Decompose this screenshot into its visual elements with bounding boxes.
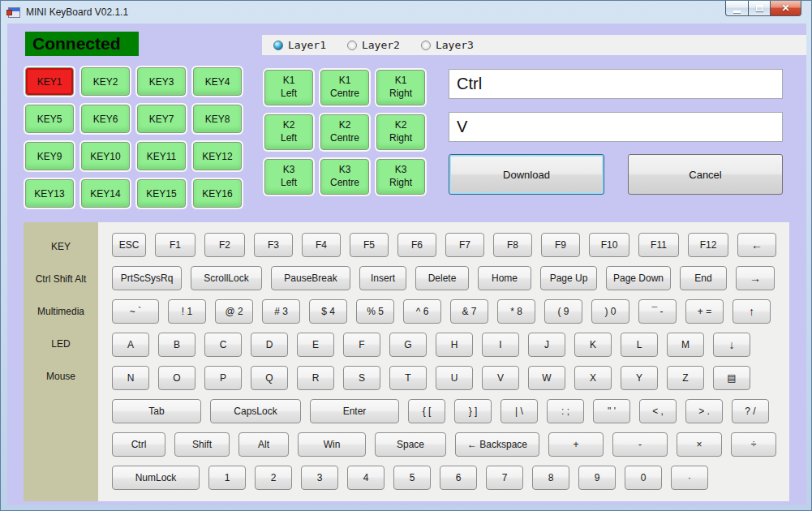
k3-right-button[interactable]: K3Right <box>376 159 425 195</box>
key-4[interactable]: $ 4 <box>309 299 347 324</box>
sidebar-item-mouse[interactable]: Mouse <box>24 360 98 393</box>
key-g[interactable]: G <box>389 333 427 357</box>
key-8[interactable]: 8 <box>532 466 569 490</box>
key-f8[interactable]: F8 <box>493 233 532 257</box>
key-capslock[interactable]: CapsLock <box>210 399 301 423</box>
key-page-up[interactable]: Page Up <box>540 266 597 290</box>
key-backslash[interactable]: | \ <box>501 399 538 423</box>
key-h[interactable]: H <box>436 333 473 357</box>
key-plus[interactable]: + <box>548 432 604 457</box>
layer-option-3[interactable]: Layer3 <box>421 39 474 51</box>
key-insert[interactable]: Insert <box>359 266 406 290</box>
key-ctrl[interactable]: Ctrl <box>112 432 165 457</box>
key-q[interactable]: Q <box>251 366 288 390</box>
minimize-button[interactable] <box>725 1 749 16</box>
key-minus[interactable]: - <box>612 432 668 457</box>
key-slot-12-button[interactable]: KEY12 <box>193 142 242 170</box>
key-esc[interactable]: ESC <box>112 233 146 257</box>
k2-right-button[interactable]: K2Right <box>376 114 425 150</box>
key-x[interactable]: X <box>574 366 612 390</box>
key-arrow-right[interactable]: → <box>736 266 775 290</box>
close-button[interactable]: ✕ <box>771 1 801 16</box>
key-f6[interactable]: F6 <box>397 233 436 257</box>
k1-right-button[interactable]: K1Right <box>376 70 425 105</box>
key-slot-3-button[interactable]: KEY3 <box>137 67 186 96</box>
key-slash[interactable]: ? / <box>732 399 769 423</box>
maximize-button[interactable] <box>749 1 771 16</box>
key-numlock[interactable]: NumLock <box>112 466 200 490</box>
key-n[interactable]: N <box>112 366 149 390</box>
key-6[interactable]: 6 <box>440 466 477 490</box>
key-4[interactable]: 4 <box>347 466 385 490</box>
key-minus-underscore[interactable]: ¯ - <box>638 299 677 324</box>
key-tab[interactable]: Tab <box>112 399 201 423</box>
k3-left-button[interactable]: K3Left <box>264 159 313 195</box>
key-3[interactable]: # 3 <box>262 299 300 324</box>
key-1[interactable]: 1 <box>208 466 246 490</box>
key-9[interactable]: ( 9 <box>544 299 582 324</box>
key-9[interactable]: 9 <box>578 466 616 490</box>
key-slot-7-button[interactable]: KEY7 <box>137 105 186 133</box>
k3-centre-button[interactable]: K3Centre <box>320 159 369 195</box>
key-bracket-close[interactable]: } ] <box>454 399 492 423</box>
key-d[interactable]: D <box>251 333 288 357</box>
key-r[interactable]: R <box>297 366 334 390</box>
key-s[interactable]: S <box>343 366 380 390</box>
key-slot-5-button[interactable]: KEY5 <box>25 105 74 133</box>
key-f4[interactable]: F4 <box>302 233 341 257</box>
key-numpad-dot[interactable]: · <box>671 466 708 490</box>
key-shift[interactable]: Shift <box>174 432 230 457</box>
key-f12[interactable]: F12 <box>688 233 728 257</box>
key-j[interactable]: J <box>528 333 565 357</box>
k1-left-button[interactable]: K1Left <box>264 70 313 105</box>
key-f7[interactable]: F7 <box>445 233 484 257</box>
k2-centre-button[interactable]: K2Centre <box>320 114 369 150</box>
key-f5[interactable]: F5 <box>350 233 389 257</box>
key-period[interactable]: > . <box>685 399 723 423</box>
key-f2[interactable]: F2 <box>204 233 245 257</box>
key-5[interactable]: % 5 <box>356 299 394 324</box>
key-f11[interactable]: F11 <box>638 233 679 257</box>
key-f[interactable]: F <box>343 333 380 357</box>
key-5[interactable]: 5 <box>393 466 431 490</box>
key-0[interactable]: 0 <box>625 466 662 490</box>
key-alt[interactable]: Alt <box>238 432 289 457</box>
sidebar-item-led[interactable]: LED <box>24 328 98 360</box>
key-c[interactable]: C <box>204 333 242 357</box>
key-f10[interactable]: F10 <box>589 233 629 257</box>
key-u[interactable]: U <box>436 366 473 390</box>
key-slot-11-button[interactable]: KEY11 <box>137 142 186 170</box>
key-slot-10-button[interactable]: KEY10 <box>81 142 130 170</box>
download-button[interactable]: Download <box>449 154 604 195</box>
key-b[interactable]: B <box>158 333 195 357</box>
key-win[interactable]: Win <box>298 432 366 457</box>
key-bracket-open[interactable]: { [ <box>408 399 445 423</box>
key-space[interactable]: Space <box>375 432 446 457</box>
key-pausebreak[interactable]: PauseBreak <box>271 266 350 290</box>
key-a[interactable]: A <box>112 333 149 357</box>
key-comma[interactable]: < , <box>639 399 677 423</box>
key-slot-16-button[interactable]: KEY16 <box>193 179 242 208</box>
key-y[interactable]: Y <box>621 366 658 390</box>
key-backspace[interactable]: ← Backspace <box>455 432 539 457</box>
key-e[interactable]: E <box>297 333 334 357</box>
key-3[interactable]: 3 <box>301 466 338 490</box>
key-f3[interactable]: F3 <box>254 233 293 257</box>
sidebar-item-multimedia[interactable]: Multimedia <box>24 295 98 328</box>
key-page-down[interactable]: Page Down <box>606 266 671 290</box>
key-2[interactable]: 2 <box>255 466 292 490</box>
key-menu[interactable]: ▤ <box>713 366 750 390</box>
key-arrow-up[interactable]: ↑ <box>733 299 771 324</box>
key-8[interactable]: * 8 <box>497 299 535 324</box>
sidebar-item-ctrl-shift-alt[interactable]: Ctrl Shift Alt <box>24 263 98 295</box>
sidebar-item-key[interactable]: KEY <box>24 230 98 263</box>
modifier-input[interactable] <box>449 69 783 99</box>
key-enter[interactable]: Enter <box>310 399 399 423</box>
key-0[interactable]: ) 0 <box>591 299 629 324</box>
key-slot-9-button[interactable]: KEY9 <box>25 142 74 170</box>
key-slot-2-button[interactable]: KEY2 <box>81 67 130 96</box>
key-quote[interactable]: " ' <box>593 399 630 423</box>
key-equals[interactable]: + = <box>685 299 724 324</box>
layer-option-2[interactable]: Layer2 <box>347 39 400 51</box>
key-slot-15-button[interactable]: KEY15 <box>137 179 186 208</box>
